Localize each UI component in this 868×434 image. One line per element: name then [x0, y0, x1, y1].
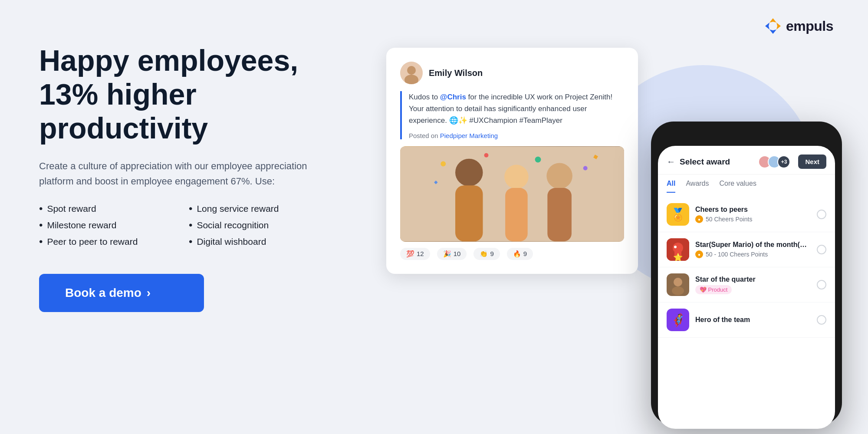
feature-milestone: Milestone reward: [39, 219, 171, 231]
kudos-text: Kudos to @Chris for the incredible UX wo…: [409, 91, 624, 127]
points-text-mario: 50 - 100 Cheers Points: [706, 251, 768, 258]
award-icon-mario: ⭐: [667, 238, 689, 261]
tab-awards[interactable]: Awards: [686, 180, 709, 193]
award-item-cheers[interactable]: 🏅 Cheers to peers ● 50 Cheers Points: [658, 197, 835, 232]
user-avatar: [400, 62, 423, 84]
radio-star-quarter[interactable]: [817, 280, 826, 289]
points-icon-mario: ●: [695, 250, 703, 258]
phone-avatars: +3: [758, 155, 790, 168]
svg-text:⭐: ⭐: [673, 253, 683, 261]
posted-on: Posted on Piedpiper Marketing: [409, 132, 624, 139]
award-info-star-quarter: Star of the quarter 💖 Product: [695, 276, 811, 294]
phone-notch: [712, 128, 781, 142]
feature-digital: Digital wishboard: [189, 236, 321, 248]
radio-cheers[interactable]: [817, 210, 826, 219]
award-points-cheers: ● 50 Cheers Points: [695, 215, 811, 223]
award-icon-hero: 🦸: [667, 309, 689, 331]
award-icon-cheers: 🏅: [667, 203, 689, 226]
reaction-3: 👏9: [473, 248, 500, 260]
award-item-star-quarter[interactable]: Star of the quarter 💖 Product: [658, 267, 835, 302]
svg-point-17: [535, 156, 541, 162]
svg-point-15: [441, 161, 446, 166]
svg-point-16: [484, 153, 489, 157]
plus-badge: +3: [777, 155, 790, 168]
award-item-hero[interactable]: 🦸 Hero of the team: [658, 302, 835, 338]
phone-header: ← Select award +3 Next: [658, 146, 835, 174]
award-name-star-quarter: Star of the quarter: [695, 276, 811, 283]
back-arrow-icon[interactable]: ←: [667, 157, 675, 167]
feature-long-service: Long service reward: [189, 203, 321, 215]
award-tag-container: 💖 Product: [695, 285, 811, 294]
reaction-1: 💯12: [400, 248, 430, 260]
points-icon-cheers: ●: [695, 215, 703, 223]
points-text-cheers: 50 Cheers Points: [706, 216, 752, 223]
svg-point-18: [583, 166, 588, 170]
radio-hero[interactable]: [817, 315, 826, 325]
social-card-header: Emily Wilson: [400, 62, 624, 84]
next-button[interactable]: Next: [798, 155, 826, 169]
left-content: Happy employees, 13% higher productivity…: [39, 43, 321, 312]
book-demo-button[interactable]: Book a demo ›: [39, 274, 204, 312]
cta-label: Book a demo: [65, 286, 141, 300]
mention: @Chris: [440, 93, 466, 101]
svg-point-24: [674, 246, 677, 248]
main-heading: Happy employees, 13% higher productivity: [39, 43, 321, 145]
svg-point-27: [674, 278, 682, 286]
reaction-4: 🔥9: [507, 248, 533, 260]
social-image: [400, 146, 624, 242]
svg-point-13: [546, 163, 572, 189]
product-tag: 💖 Product: [695, 285, 732, 294]
phone-screen: ← Select award +3 Next All Awards Core v…: [658, 146, 835, 429]
svg-rect-14: [547, 188, 572, 241]
sub-text: Create a culture of appreciation with ou…: [39, 158, 321, 189]
social-card: Emily Wilson Kudos to @Chris for the inc…: [386, 48, 638, 274]
award-icon-star-quarter: [667, 273, 689, 296]
award-info-hero: Hero of the team: [695, 316, 811, 324]
phone-tabs: All Awards Core values: [658, 174, 835, 193]
features-grid: Spot reward Long service reward Mileston…: [39, 203, 321, 248]
tab-all[interactable]: All: [667, 180, 675, 193]
svg-point-28: [672, 286, 684, 295]
phone-title: Select award: [680, 157, 754, 167]
phone-mockup: ← Select award +3 Next All Awards Core v…: [651, 122, 842, 425]
reactions-row: 💯12 🎉10 👏9 🔥9: [400, 248, 624, 260]
award-info-cheers: Cheers to peers ● 50 Cheers Points: [695, 206, 811, 223]
svg-point-5: [407, 66, 416, 75]
svg-rect-10: [455, 185, 483, 241]
cta-arrow: ›: [147, 286, 151, 300]
reaction-2: 🎉10: [437, 248, 467, 260]
kudos-content: Kudos to @Chris for the incredible UX wo…: [400, 91, 624, 139]
award-name-mario: Star(Super Mario) of the month(Dec...: [695, 241, 811, 249]
right-section: Emily Wilson Kudos to @Chris for the inc…: [369, 0, 868, 434]
award-item-mario[interactable]: ⭐ Star(Super Mario) of the month(Dec... …: [658, 232, 835, 267]
award-points-mario: ● 50 - 100 Cheers Points: [695, 250, 811, 258]
svg-rect-12: [505, 188, 528, 241]
svg-point-9: [455, 158, 483, 186]
feature-spot-reward: Spot reward: [39, 203, 171, 215]
award-info-mario: Star(Super Mario) of the month(Dec... ● …: [695, 241, 811, 258]
feature-social: Social recognition: [189, 219, 321, 231]
award-name-cheers: Cheers to peers: [695, 206, 811, 214]
svg-point-11: [504, 164, 529, 189]
posted-company: Piedpiper Marketing: [440, 132, 498, 139]
radio-mario[interactable]: [817, 245, 826, 254]
tab-core-values[interactable]: Core values: [720, 180, 756, 193]
award-list: 🏅 Cheers to peers ● 50 Cheers Points ⭐: [658, 193, 835, 419]
user-name: Emily Wilson: [429, 68, 483, 78]
award-name-hero: Hero of the team: [695, 316, 811, 324]
feature-peer: Peer to peer to reward: [39, 236, 171, 248]
